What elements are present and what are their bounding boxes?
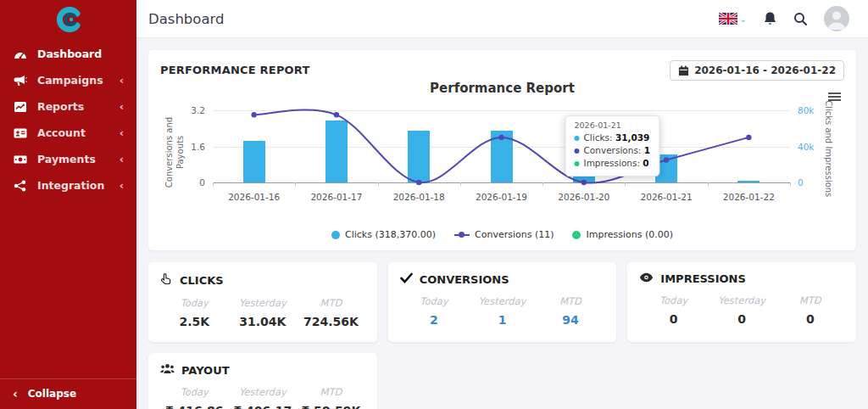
megaphone-icon <box>13 74 27 87</box>
point-conversions[interactable] <box>334 112 339 117</box>
chevron-left-icon: ‹ <box>120 126 124 139</box>
stat-card-header: CONVERSIONS <box>400 272 605 286</box>
series-bullet-icon <box>575 148 580 154</box>
stat-value: ₹ 50.59K <box>297 404 365 409</box>
point-conversions[interactable] <box>746 135 751 140</box>
chevron-left-icon: ‹ <box>120 100 124 113</box>
stat-column: MTD 0 <box>776 294 844 326</box>
stat-card-title: IMPRESSIONS <box>660 272 745 285</box>
users-icon <box>160 363 175 377</box>
uk-flag-icon <box>719 13 737 25</box>
sidebar-item-campaigns[interactable]: Campaigns‹ <box>0 67 136 93</box>
chevron-down-icon: ⌄ <box>740 14 747 24</box>
hand-pointer-icon <box>160 272 173 288</box>
point-conversions[interactable] <box>251 112 256 117</box>
stat-column: Today ₹ 416.86 <box>160 386 229 409</box>
stat-value: 0 <box>776 312 844 326</box>
sidebar-item-account[interactable]: Account‹ <box>0 120 136 146</box>
sidebar-item-label: Payments <box>37 153 96 165</box>
stat-card-title: CONVERSIONS <box>420 273 509 286</box>
stat-columns: Today 2.5K Yesterday 31.04K MTD 724.56K <box>160 297 365 328</box>
stat-value: 0 <box>639 312 708 326</box>
chevron-left-icon: ‹ <box>120 153 124 165</box>
stat-period-label: MTD <box>297 297 365 309</box>
sidebar-item-label: Reports <box>37 100 84 113</box>
tooltip-row: Clicks: 31,039 <box>575 132 651 144</box>
stat-column: Yesterday 31.04K <box>229 297 298 328</box>
calendar-icon <box>678 65 689 76</box>
tooltip-row: Conversions: 1 <box>575 144 651 157</box>
language-selector[interactable]: ⌄ <box>719 13 747 25</box>
stat-column: Yesterday 1 <box>468 295 537 327</box>
gauge-icon <box>13 48 27 60</box>
stat-column: Today 2 <box>400 295 469 327</box>
collapse-label: Collapse <box>28 388 76 400</box>
stats-row-2: PAYOUT Today ₹ 416.86 Yesterday ₹ 406.17… <box>148 353 856 409</box>
topbar-actions: ⌄ <box>719 6 849 31</box>
point-conversions[interactable] <box>581 180 587 185</box>
stat-column: MTD ₹ 50.59K <box>297 386 365 409</box>
performance-chart: 01.63.2040k80kConversions andPayoutsClic… <box>160 99 844 242</box>
content: PERFORMANCE REPORT 2026-01-16 - 2026-01-… <box>136 38 868 409</box>
sidebar: DashboardCampaigns‹Reports‹Account‹Payme… <box>0 0 136 409</box>
report-card-header: PERFORMANCE REPORT 2026-01-16 - 2026-01-… <box>160 60 844 81</box>
sidebar-item-label: Campaigns <box>37 74 103 87</box>
stat-card-header: IMPRESSIONS <box>639 272 844 285</box>
stat-card-impressions: IMPRESSIONS Today 0 Yesterday 0 MTD 0 <box>627 262 856 342</box>
stat-card-header: CLICKS <box>160 272 365 288</box>
sidebar-item-label: Dashboard <box>37 48 102 60</box>
stat-value: 94 <box>537 313 605 327</box>
user-avatar[interactable] <box>824 6 849 31</box>
sidebar-item-label: Account <box>37 126 86 139</box>
conversions-line <box>160 99 844 242</box>
logo-icon <box>54 5 83 34</box>
stat-period-label: Today <box>160 386 229 398</box>
stat-columns: Today ₹ 416.86 Yesterday ₹ 406.17 MTD ₹ … <box>160 386 365 409</box>
stat-period-label: Yesterday <box>229 297 298 309</box>
stat-value: ₹ 416.86 <box>160 404 229 409</box>
stat-period-label: Today <box>160 297 229 309</box>
tooltip-date: 2026-01-21 <box>575 120 651 130</box>
page-title: Dashboard <box>148 11 225 27</box>
stat-period-label: Yesterday <box>708 294 776 306</box>
nodes-icon <box>13 179 27 192</box>
date-range-label: 2026-01-16 - 2026-01-22 <box>694 64 836 76</box>
point-conversions[interactable] <box>664 157 669 162</box>
stat-value: 2 <box>400 313 469 327</box>
point-conversions[interactable] <box>498 135 504 140</box>
stat-card-title: CLICKS <box>180 274 224 287</box>
performance-report-card: PERFORMANCE REPORT 2026-01-16 - 2026-01-… <box>148 50 856 250</box>
sidebar-item-dashboard[interactable]: Dashboard <box>0 41 136 67</box>
report-card-title: PERFORMANCE REPORT <box>160 60 310 76</box>
stat-column: Today 0 <box>639 294 708 326</box>
stat-column: Today 2.5K <box>160 297 229 328</box>
notifications-button[interactable] <box>763 11 777 26</box>
tooltip-row: Impressions: 0 <box>575 157 651 170</box>
stat-value: 0 <box>708 312 776 326</box>
stat-column: Yesterday 0 <box>708 294 776 326</box>
eye-icon <box>639 272 654 285</box>
stat-card-clicks: CLICKS Today 2.5K Yesterday 31.04K MTD 7… <box>148 262 377 342</box>
stat-value: 2.5K <box>160 315 229 328</box>
stat-column: MTD 724.56K <box>297 297 365 328</box>
person-icon <box>824 6 849 31</box>
sidebar-item-reports[interactable]: Reports‹ <box>0 93 136 120</box>
chart-tooltip: 2026-01-21Clicks: 31,039Conversions: 1Im… <box>565 115 660 176</box>
stat-period-label: Yesterday <box>468 295 537 307</box>
stat-card-title: PAYOUT <box>181 364 230 377</box>
sidebar-collapse-button[interactable]: ‹ Collapse <box>0 378 136 409</box>
sidebar-item-payments[interactable]: Payments‹ <box>0 146 136 172</box>
stat-column: Yesterday ₹ 406.17 <box>229 386 298 409</box>
app-logo[interactable] <box>0 0 136 39</box>
stat-card-payout: PAYOUT Today ₹ 416.86 Yesterday ₹ 406.17… <box>148 353 377 409</box>
series-bullet-icon <box>575 136 580 141</box>
date-range-button[interactable]: 2026-01-16 - 2026-01-22 <box>670 60 844 81</box>
stat-card-header: PAYOUT <box>160 363 365 377</box>
stat-column: MTD 94 <box>537 295 605 327</box>
point-conversions[interactable] <box>416 180 421 185</box>
stat-period-label: Today <box>639 294 708 306</box>
sidebar-item-integration[interactable]: Integration‹ <box>0 172 136 199</box>
search-button[interactable] <box>793 12 808 26</box>
main-area: Dashboard ⌄ <box>136 0 868 409</box>
bell-icon <box>763 11 777 26</box>
